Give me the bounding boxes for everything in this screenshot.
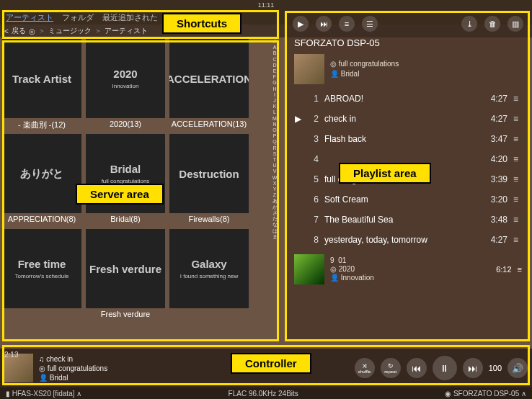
back-label[interactable]: 戻る xyxy=(12,26,26,36)
alpha-letter[interactable]: は xyxy=(270,228,280,234)
alpha-letter[interactable]: R xyxy=(270,145,280,151)
edit-icon[interactable]: ≡ xyxy=(339,16,355,32)
alpha-letter[interactable]: F xyxy=(270,74,280,80)
alpha-letter[interactable]: A xyxy=(270,45,280,50)
alpha-letter[interactable]: ま xyxy=(270,234,280,240)
delete-icon[interactable]: 🗑 xyxy=(484,16,500,32)
drag-handle-icon[interactable]: ≡ xyxy=(513,194,523,205)
album-cell[interactable]: Free timeTomorrow's schedule xyxy=(2,229,81,320)
alpha-letter[interactable]: W xyxy=(270,175,280,181)
drag-handle-icon[interactable]: ≡ xyxy=(513,215,523,225)
alpha-letter[interactable]: J xyxy=(270,98,280,104)
alpha-letter[interactable]: P xyxy=(270,133,280,139)
renderer-indicator[interactable]: ◉ SFORZATO DSP-05 ∧ xyxy=(445,390,526,398)
alpha-letter[interactable]: G xyxy=(270,80,280,86)
crumb-artist[interactable]: アーティスト xyxy=(105,26,148,36)
play-next-icon[interactable]: ⏭ xyxy=(316,16,332,32)
track-row[interactable]: 7The Beautiful Sea3:48≡ xyxy=(293,210,523,230)
track-row[interactable]: 8yesterday, today, tomorrow4:27≡ xyxy=(293,230,523,250)
alpha-letter[interactable]: I xyxy=(270,92,280,98)
alpha-letter[interactable]: あ xyxy=(270,198,280,204)
shuffle-button[interactable]: ⤨shuffle xyxy=(355,358,375,378)
album-cell[interactable]: 2020Innovation2020(13) xyxy=(86,39,165,130)
tab-artist[interactable]: アーティスト xyxy=(6,12,53,23)
repeat-button[interactable]: ↻repeat xyxy=(381,358,401,378)
album-thumb[interactable]: GalaxyI found something new xyxy=(169,229,249,308)
menu-icon[interactable]: ☰ xyxy=(362,16,378,32)
track-row[interactable]: 5full congratulations3:39≡ xyxy=(293,169,523,189)
album-thumb[interactable]: ありがと xyxy=(2,134,81,213)
prev-button[interactable]: ⏮ xyxy=(407,358,427,378)
track-row[interactable]: 1ABROAD!4:27≡ xyxy=(293,89,523,109)
track-num: 6 xyxy=(309,194,319,205)
track-row[interactable]: 44:20≡ xyxy=(293,149,523,169)
alpha-letter[interactable]: さ xyxy=(270,210,280,216)
alpha-letter[interactable]: D xyxy=(270,63,280,68)
alpha-letter[interactable]: Q xyxy=(270,139,280,145)
drag-handle-icon[interactable]: ≡ xyxy=(513,114,523,124)
tab-folder[interactable]: フォルダ xyxy=(62,12,94,23)
chevron-up-icon[interactable]: ∧ xyxy=(521,390,526,398)
volume-value: 100 xyxy=(489,364,502,372)
alpha-letter[interactable]: H xyxy=(270,86,280,92)
tab-recent[interactable]: 最近追加された xyxy=(102,12,158,23)
drag-handle-icon[interactable]: ≡ xyxy=(518,265,522,274)
alpha-letter[interactable]: L xyxy=(270,109,280,115)
album-thumb[interactable]: Free timeTomorrow's schedule xyxy=(2,229,81,308)
album-thumb[interactable]: ACCELERATION xyxy=(169,39,249,118)
track-row[interactable]: ▶2check in4:27≡ xyxy=(293,109,523,129)
track-row[interactable]: 3Flash back3:47≡ xyxy=(293,129,523,149)
alpha-letter[interactable]: か xyxy=(270,205,280,210)
alpha-letter[interactable]: C xyxy=(270,57,280,63)
book-icon[interactable]: ▥ xyxy=(507,16,523,32)
crumb-music[interactable]: ミュージック xyxy=(48,26,92,36)
alpha-letter[interactable]: # xyxy=(270,39,280,45)
format-info: FLAC 96.0KHz 24Bits xyxy=(229,390,298,398)
album-cell[interactable]: ありがとAPPRECIATION(8) xyxy=(2,134,81,225)
alpha-letter[interactable]: K xyxy=(270,104,280,109)
alpha-letter[interactable]: な xyxy=(270,222,280,228)
pause-button[interactable]: ⏸ xyxy=(433,356,457,380)
drag-handle-icon[interactable]: ≡ xyxy=(513,235,523,245)
album-cell[interactable]: Fresh verdureFresh verdure xyxy=(86,229,165,320)
alpha-letter[interactable]: Z xyxy=(270,192,280,198)
drag-handle-icon[interactable]: ≡ xyxy=(513,174,523,184)
alpha-letter[interactable]: た xyxy=(270,216,280,222)
alpha-index[interactable]: #ABCDEFGHIJKLMNOPQRSTUVWXYZあかさたなはま xyxy=(270,39,280,341)
alpha-letter[interactable]: Y xyxy=(270,187,280,192)
album-cell[interactable]: ACCELERATIONACCELERATION(13) xyxy=(169,39,249,130)
album-cell[interactable]: Bridalfull congratulationsBridal(8) xyxy=(86,134,165,225)
track-row[interactable]: 6Soft Cream3:20≡ xyxy=(293,189,523,210)
alpha-letter[interactable]: U xyxy=(270,163,280,169)
album-thumb[interactable]: 2020Innovation xyxy=(86,39,165,118)
drag-handle-icon[interactable]: ≡ xyxy=(513,134,523,144)
album-thumb[interactable]: Track Artist xyxy=(2,39,81,118)
alpha-letter[interactable]: O xyxy=(270,127,280,133)
chevron-up-icon[interactable]: ∧ xyxy=(76,390,81,398)
alpha-letter[interactable]: N xyxy=(270,122,280,127)
alpha-letter[interactable]: S xyxy=(270,151,280,157)
alpha-letter[interactable]: E xyxy=(270,68,280,74)
playlist-artist: Bridal xyxy=(341,70,360,78)
play-now-icon[interactable]: ▶ xyxy=(293,16,309,32)
drag-handle-icon[interactable]: ≡ xyxy=(513,94,523,104)
server-indicator[interactable]: ▮ HFAS-XS20 [fidata] ∧ xyxy=(6,390,81,398)
save-icon[interactable]: ⤓ xyxy=(461,16,477,32)
alpha-letter[interactable]: T xyxy=(270,157,280,163)
album-thumb[interactable]: Destruction xyxy=(169,134,249,213)
album-thumb[interactable]: Bridalfull congratulations xyxy=(86,134,165,213)
album-cell[interactable]: DestructionFirewalls(8) xyxy=(169,134,249,225)
alpha-letter[interactable]: M xyxy=(270,116,280,122)
drag-handle-icon[interactable]: ≡ xyxy=(513,154,523,164)
back-chevron-icon[interactable]: < xyxy=(4,27,9,35)
next-button[interactable]: ⏭ xyxy=(463,358,483,378)
album-thumb[interactable]: Fresh verdure xyxy=(86,229,165,308)
alpha-letter[interactable]: X xyxy=(270,181,280,187)
volume-icon[interactable]: 🔊 xyxy=(507,358,528,378)
track-dur: 3:39 xyxy=(483,174,507,184)
album-cell[interactable]: Track Artist- 楽曲別 -(12) xyxy=(2,39,81,130)
alpha-letter[interactable]: V xyxy=(270,169,280,174)
album-cell[interactable]: GalaxyI found something new xyxy=(169,229,249,320)
alpha-letter[interactable]: B xyxy=(270,50,280,56)
playlist-extra-row[interactable]: 9 01 ◎ 2020 👤 Innovation 6:12 ≡ xyxy=(287,251,529,287)
